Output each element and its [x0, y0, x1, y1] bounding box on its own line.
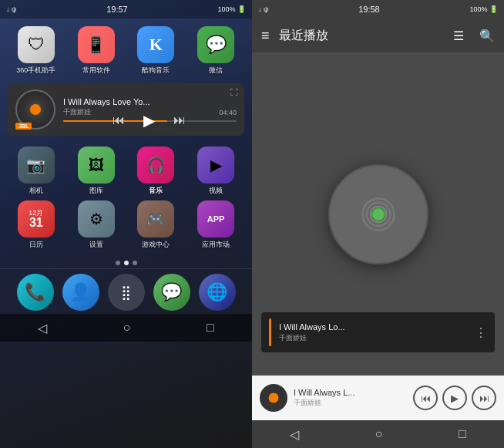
- signal-icon-right: ↓ ψ: [258, 5, 268, 13]
- app-video[interactable]: ▶ 视频: [191, 147, 240, 196]
- dock-message[interactable]: 💬: [153, 274, 190, 311]
- app-store[interactable]: APP 应用市场: [191, 200, 240, 250]
- app-music[interactable]: 🎧 音乐: [131, 147, 180, 196]
- song-card-title: I Will Always Lo...: [279, 322, 410, 332]
- app-icon-360[interactable]: 🛡: [18, 26, 55, 63]
- app-row-2: 12月 31 日历 ⚙ 设置 🎮 游戏中心 APP 应用市场: [6, 200, 246, 250]
- song-card-artist: 千面娇娃: [279, 333, 467, 343]
- app-camera[interactable]: 📷 相机: [12, 147, 61, 196]
- app-wechat[interactable]: 💬 微信: [191, 26, 240, 76]
- right-panel: ↓ ψ 19:58 100% 🔋 ≡ 最近播放 ☰ 🔍 I Will Alway…: [252, 0, 504, 448]
- nav-bar-left: ◁ ○ □: [0, 314, 252, 342]
- status-icons-left: ↓ ψ: [6, 5, 16, 13]
- app-label-calendar: 日历: [29, 240, 43, 250]
- vinyl-center: [371, 207, 385, 221]
- prev-icon: ⏮: [421, 392, 431, 404]
- app-icon-calendar[interactable]: 12月 31: [18, 200, 55, 237]
- app-kugou[interactable]: K 酷狗音乐: [131, 26, 180, 76]
- app-icon-wechat[interactable]: 💬: [197, 26, 234, 63]
- music-controls: ⏮ ▶ ⏭: [8, 111, 244, 130]
- back-button-right[interactable]: ◁: [290, 427, 299, 442]
- app-row-1: 📷 相机 🖼 图库 🎧 音乐 ▶ 视频: [6, 147, 246, 196]
- home-button-left[interactable]: ○: [123, 321, 131, 335]
- search-icon[interactable]: 🔍: [479, 29, 495, 43]
- dot-3[interactable]: [133, 261, 137, 265]
- list-icon[interactable]: ☰: [453, 29, 464, 43]
- app-calendar[interactable]: 12月 31 日历: [12, 200, 61, 250]
- app-label-common: 常用软件: [82, 66, 110, 76]
- app-dock: 📞 👤 ⣿ 💬 🌐: [0, 268, 252, 314]
- app-header: ≡ 最近播放 ☰ 🔍: [252, 19, 504, 52]
- page-dots: [0, 258, 252, 268]
- dock-contacts[interactable]: 👤: [62, 274, 99, 311]
- music-player-card[interactable]: ⛶ I Will Always Love Yo... 千面娇娃 04:40 ⏮ …: [8, 83, 244, 136]
- status-bar-right: ↓ ψ 19:58 100% 🔋: [252, 0, 504, 19]
- dock-grid[interactable]: ⣿: [108, 274, 145, 311]
- app-icon-video[interactable]: ▶: [197, 147, 234, 184]
- app-icon-common[interactable]: 📱: [78, 26, 115, 63]
- app-game[interactable]: 🎮 游戏中心: [131, 200, 180, 250]
- top-app-grid: 🛡 360手机助手 📱 常用软件 K 酷狗音乐 💬 微信: [0, 19, 252, 80]
- dock-phone[interactable]: 📞: [17, 274, 54, 311]
- play-icon: ▶: [451, 392, 459, 404]
- app-icon-game[interactable]: 🎮: [137, 200, 174, 237]
- battery-right: 100% 🔋: [469, 5, 498, 13]
- recent-button-left[interactable]: □: [207, 321, 214, 335]
- recent-button-right[interactable]: □: [459, 427, 466, 441]
- app-icon-music[interactable]: 🎧: [137, 147, 174, 184]
- player-controls: ⏮ ▶ ⏭: [413, 386, 496, 410]
- bottom-app-grid: 📷 相机 🖼 图库 🎧 音乐 ▶ 视频 12月 31 日历: [0, 139, 252, 258]
- app-gallery[interactable]: 🖼 图库: [72, 147, 121, 196]
- play-button[interactable]: ▶: [143, 111, 155, 130]
- more-options-icon[interactable]: ⋮: [475, 325, 487, 340]
- app-label-game: 游戏中心: [142, 240, 170, 250]
- app-label-camera: 相机: [29, 186, 43, 196]
- status-right-icons: 100% 🔋: [217, 5, 246, 13]
- app-label-360: 360手机助手: [16, 66, 55, 76]
- player-play-button[interactable]: ▶: [442, 386, 467, 410]
- home-button-right[interactable]: ○: [375, 427, 383, 441]
- app-icon-store[interactable]: APP: [197, 200, 234, 237]
- left-panel: ↓ ψ 19:57 100% 🔋 🛡 360手机助手 📱 常用软件 K 酷狗音乐: [0, 0, 252, 448]
- app-label-wechat: 微信: [209, 66, 223, 76]
- player-bar: I Will Always L... 千面娇娃 ⏮ ▶ ⏭: [252, 376, 504, 420]
- app-label-music: 音乐: [149, 186, 163, 196]
- app-360[interactable]: 🛡 360手机助手: [12, 26, 61, 76]
- app-common[interactable]: 📱 常用软件: [72, 26, 121, 76]
- signal-icon: ↓ ψ: [6, 5, 16, 13]
- status-left-icons-right: ↓ ψ: [258, 5, 268, 13]
- song-card-bar: [269, 318, 271, 346]
- app-label-kugou: 酷狗音乐: [142, 66, 170, 76]
- app-icon-camera[interactable]: 📷: [18, 147, 55, 184]
- menu-icon[interactable]: ≡: [261, 28, 270, 44]
- player-title: I Will Always L...: [294, 388, 378, 397]
- page-title: 最近播放: [279, 28, 444, 44]
- player-thumbnail: [260, 384, 287, 412]
- song-card[interactable]: I Will Always Lo... 千面娇娃 ⋮: [261, 312, 495, 352]
- dot-1[interactable]: [116, 261, 120, 265]
- next-icon: ⏭: [479, 392, 489, 404]
- song-card-info: I Will Always Lo... 千面娇娃: [279, 322, 467, 343]
- expand-icon[interactable]: ⛶: [230, 88, 238, 96]
- dot-2[interactable]: [124, 261, 129, 265]
- status-right-icons-right: 100% 🔋: [469, 5, 498, 13]
- nav-bar-right: ◁ ○ □: [252, 420, 504, 448]
- app-label-settings: 设置: [89, 240, 103, 250]
- app-icon-gallery[interactable]: 🖼: [78, 147, 115, 184]
- player-next-button[interactable]: ⏭: [472, 386, 496, 410]
- prev-button[interactable]: ⏮: [113, 113, 125, 127]
- battery-left: 100% 🔋: [217, 5, 246, 13]
- status-time-right: 19:58: [358, 5, 380, 14]
- app-settings[interactable]: ⚙ 设置: [72, 200, 121, 250]
- app-label-gallery: 图库: [89, 186, 103, 196]
- app-label-store: 应用市场: [202, 240, 230, 250]
- dock-browser[interactable]: 🌐: [199, 274, 236, 311]
- player-prev-button[interactable]: ⏮: [413, 386, 438, 410]
- jbl-badge: JBL: [15, 123, 32, 130]
- next-button[interactable]: ⏭: [173, 113, 186, 127]
- vinyl-record: [328, 164, 428, 264]
- app-icon-settings[interactable]: ⚙: [78, 200, 115, 237]
- status-bar-left: ↓ ψ 19:57 100% 🔋: [0, 0, 252, 19]
- back-button-left[interactable]: ◁: [38, 321, 47, 335]
- app-icon-kugou[interactable]: K: [137, 26, 174, 63]
